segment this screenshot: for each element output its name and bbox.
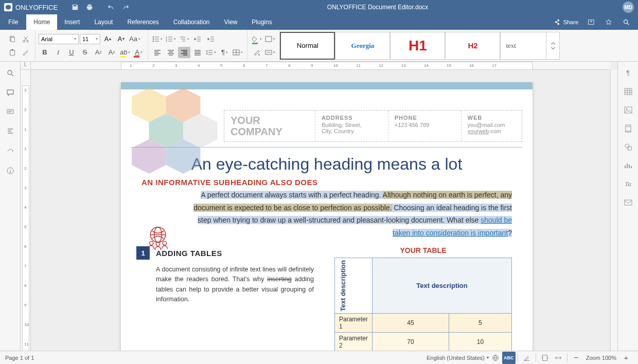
dec-indent-button[interactable] <box>191 33 204 45</box>
find-icon[interactable] <box>2 66 19 80</box>
tab-collaboration[interactable]: Collaboration <box>166 14 217 30</box>
feedback-icon[interactable] <box>2 144 19 158</box>
shading-button[interactable] <box>251 33 263 45</box>
fit-page-button[interactable] <box>538 352 552 364</box>
ruler-horizontal[interactable]: 1234567891011121314151617 <box>31 62 610 70</box>
copy-button[interactable] <box>6 33 19 45</box>
strike-button[interactable]: S <box>79 47 91 58</box>
tab-layout[interactable]: Layout <box>87 14 120 30</box>
image-settings-icon[interactable] <box>620 103 636 117</box>
styles-gallery: Normal Georgia H1 H2 text <box>280 32 560 60</box>
style-georgia[interactable]: Georgia <box>335 32 390 60</box>
align-justify-button[interactable] <box>191 47 204 58</box>
tab-file[interactable]: File <box>0 14 26 30</box>
chart-settings-icon[interactable] <box>620 158 636 173</box>
bullets-button[interactable] <box>151 33 164 45</box>
table-row: Parameter 1455 <box>335 314 512 333</box>
search-button[interactable] <box>618 14 634 30</box>
line-spacing-button[interactable] <box>205 47 217 58</box>
web-block: WEB you@mail.com yourweb.com <box>462 111 522 141</box>
comments-icon[interactable] <box>2 85 19 100</box>
para-link-2[interactable]: is important <box>469 229 508 237</box>
web-link[interactable]: yourweb <box>468 128 489 134</box>
textart-settings-icon[interactable]: Ta <box>620 177 636 191</box>
table-settings-icon[interactable] <box>620 84 636 99</box>
zoom-level[interactable]: Zoom 100% <box>583 355 619 361</box>
tab-plugins[interactable]: Plugins <box>244 14 279 30</box>
paragraph-settings-icon[interactable]: ¶ <box>620 66 636 80</box>
language-selector[interactable]: English (United States)▾ <box>427 355 489 361</box>
fit-width-button[interactable] <box>552 352 565 364</box>
multilevel-button[interactable] <box>178 33 190 45</box>
ruler-corner: L <box>21 62 31 70</box>
undo-button[interactable] <box>104 0 118 14</box>
spellcheck-button[interactable]: ABC <box>502 352 516 364</box>
font-color-button[interactable]: A <box>132 47 145 58</box>
incr-size-button[interactable]: A▴ <box>101 33 114 45</box>
highlight-color-button[interactable]: ab <box>119 47 131 58</box>
favorite-button[interactable] <box>601 14 616 30</box>
intro-paragraph: A perfect document always starts with a … <box>188 189 512 239</box>
style-normal[interactable]: Normal <box>280 32 335 60</box>
style-h2[interactable]: H2 <box>445 32 500 60</box>
tab-insert[interactable]: Insert <box>57 14 87 30</box>
document-area[interactable]: L 1234567891011121314151617 321123456789… <box>21 62 617 351</box>
chat-icon[interactable] <box>2 105 19 119</box>
zoom-in-button[interactable]: + <box>619 352 633 364</box>
numbering-button[interactable]: 123 <box>165 33 177 45</box>
decr-size-button[interactable]: A▾ <box>115 33 127 45</box>
merge-button[interactable] <box>232 47 244 58</box>
borders-button[interactable] <box>264 33 276 45</box>
set-doc-language-button[interactable] <box>489 352 502 364</box>
tab-home[interactable]: Home <box>26 14 57 30</box>
open-location-button[interactable] <box>583 14 599 30</box>
svg-rect-31 <box>625 88 632 95</box>
align-right-button[interactable] <box>178 47 190 58</box>
about-icon[interactable] <box>2 163 19 178</box>
track-changes-button[interactable] <box>520 352 534 364</box>
style-text[interactable]: text <box>500 32 546 60</box>
align-center-button[interactable] <box>165 47 177 58</box>
user-avatar[interactable]: MD <box>623 2 634 13</box>
mail-merge-icon[interactable] <box>620 195 636 210</box>
insert-field-button[interactable] <box>264 47 276 58</box>
share-button[interactable]: Share <box>551 19 581 26</box>
change-case-button[interactable]: Aa <box>128 33 141 45</box>
font-size-select[interactable]: 11▾ <box>80 34 100 44</box>
style-h1[interactable]: H1 <box>390 32 445 60</box>
styles-more-button[interactable] <box>546 32 560 60</box>
table-row-header: Text description <box>339 260 347 311</box>
navigation-icon[interactable] <box>2 124 19 139</box>
subscript-button[interactable]: A2 <box>105 47 118 58</box>
superscript-button[interactable]: A2 <box>92 47 104 58</box>
scrollbar-vertical[interactable] <box>610 70 617 351</box>
clear-style-button[interactable] <box>251 47 263 58</box>
copy-style-button[interactable] <box>20 47 32 58</box>
print-button[interactable] <box>82 0 97 14</box>
redo-button[interactable] <box>118 0 133 14</box>
bold-button[interactable]: B <box>39 47 51 58</box>
underline-button[interactable]: U <box>65 47 78 58</box>
table-caption: YOUR TABLE <box>334 246 512 254</box>
align-left-button[interactable] <box>151 47 164 58</box>
zoom-out-button[interactable]: − <box>570 352 583 364</box>
inc-indent-button[interactable] <box>205 33 217 45</box>
save-button[interactable] <box>68 0 82 14</box>
nonprinting-button[interactable]: ¶ <box>218 47 231 58</box>
paste-button[interactable] <box>6 47 19 58</box>
ruler-vertical[interactable]: 3211234567891011 <box>21 70 31 351</box>
italic-button[interactable]: I <box>52 47 64 58</box>
font-family-select[interactable]: Arial▾ <box>39 34 79 44</box>
shape-settings-icon[interactable] <box>620 140 636 154</box>
page-counter[interactable]: Page 1 of 1 <box>5 355 34 361</box>
cut-button[interactable] <box>20 33 32 45</box>
tab-view[interactable]: View <box>217 14 245 30</box>
svg-point-1 <box>624 20 628 24</box>
toolbar: Arial▾ 11▾ A▴ A▾ Aa B I U S A2 A2 ab A 1… <box>0 30 638 62</box>
tab-references[interactable]: References <box>120 14 166 30</box>
svg-rect-18 <box>7 110 13 114</box>
your-table: Text descriptionText description Paramet… <box>334 258 512 351</box>
page[interactable]: YOURCOMPANY ADDRESS Building, Street,Cit… <box>121 82 533 351</box>
workspace: L 1234567891011121314151617 321123456789… <box>0 62 638 351</box>
header-footer-settings-icon[interactable] <box>620 121 636 136</box>
